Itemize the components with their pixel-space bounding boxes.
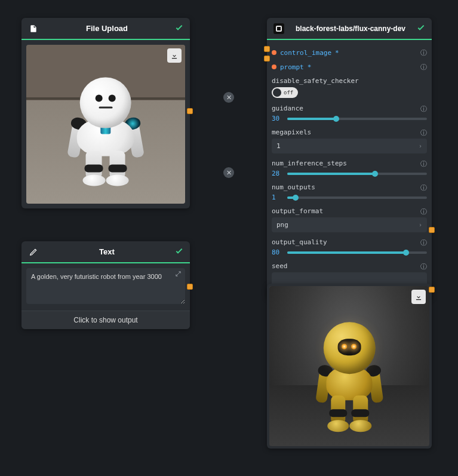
info-icon[interactable]: ⓘ bbox=[420, 48, 427, 57]
prompt-textarea[interactable] bbox=[26, 268, 185, 304]
param-disable-safety-checker: disable_safety_checker off bbox=[272, 77, 427, 99]
show-output-button[interactable]: Click to show output bbox=[21, 311, 190, 329]
steps-slider[interactable] bbox=[287, 173, 427, 175]
check-icon bbox=[174, 246, 184, 257]
input-port-prompt[interactable] bbox=[264, 56, 270, 62]
guidance-slider[interactable] bbox=[287, 118, 427, 120]
node-file-upload[interactable]: File Upload bbox=[21, 18, 190, 208]
delete-connection-button[interactable]: ✕ bbox=[223, 92, 234, 103]
node-title: black-forest-labs/flux-canny-dev bbox=[285, 24, 416, 33]
file-icon bbox=[27, 24, 39, 33]
param-num-inference-steps: num_inference_steps ⓘ 28 bbox=[272, 159, 427, 177]
quality-slider[interactable] bbox=[287, 251, 427, 254]
info-icon[interactable]: ⓘ bbox=[420, 105, 427, 113]
expand-icon[interactable] bbox=[175, 271, 182, 278]
input-port[interactable] bbox=[429, 287, 435, 293]
chevron-right-icon: › bbox=[419, 143, 422, 149]
info-icon[interactable]: ⓘ bbox=[420, 159, 427, 168]
check-icon bbox=[416, 23, 426, 34]
info-icon[interactable]: ⓘ bbox=[420, 262, 427, 271]
output-port[interactable] bbox=[187, 284, 193, 290]
output-port[interactable] bbox=[429, 227, 435, 233]
input-port-control-image[interactable] bbox=[264, 46, 270, 52]
download-icon[interactable] bbox=[411, 290, 426, 304]
node-text[interactable]: Text Click to show output bbox=[21, 241, 190, 329]
delete-connection-button[interactable]: ✕ bbox=[223, 167, 234, 178]
param-megapixels: megapixels ⓘ 1 › bbox=[272, 128, 427, 153]
node-header: File Upload bbox=[21, 18, 190, 40]
param-guidance: guidance ⓘ 30 bbox=[272, 105, 427, 122]
megapixels-select[interactable]: 1 › bbox=[272, 139, 427, 153]
linked-port-icon bbox=[272, 65, 276, 69]
output-port[interactable] bbox=[187, 108, 193, 114]
param-prompt[interactable]: prompt * ⓘ bbox=[272, 63, 427, 71]
generated-image[interactable] bbox=[269, 286, 429, 446]
node-output-image[interactable] bbox=[267, 284, 432, 449]
model-icon bbox=[273, 23, 285, 34]
outputs-slider[interactable] bbox=[287, 196, 427, 199]
param-output-format: output_format ⓘ png › bbox=[272, 207, 427, 232]
linked-port-icon bbox=[272, 50, 276, 55]
chevron-right-icon: › bbox=[419, 222, 422, 228]
info-icon[interactable]: ⓘ bbox=[420, 183, 427, 192]
info-icon[interactable]: ⓘ bbox=[420, 128, 427, 137]
node-header: Text bbox=[21, 241, 190, 263]
node-header: black-forest-labs/flux-canny-dev bbox=[267, 18, 432, 40]
info-icon[interactable]: ⓘ bbox=[420, 63, 427, 72]
node-title: File Upload bbox=[39, 24, 174, 33]
node-canvas[interactable]: File Upload bbox=[0, 0, 458, 476]
param-control-image[interactable]: control_image * ⓘ bbox=[272, 48, 427, 57]
param-num-outputs: num_outputs ⓘ 1 bbox=[272, 183, 427, 201]
toggle-switch[interactable]: off bbox=[272, 87, 298, 98]
node-title: Text bbox=[39, 247, 174, 256]
param-output-quality: output_quality ⓘ 80 bbox=[272, 238, 427, 256]
edit-icon bbox=[27, 248, 39, 256]
info-icon[interactable]: ⓘ bbox=[420, 238, 427, 247]
output-format-select[interactable]: png › bbox=[272, 217, 427, 232]
info-icon[interactable]: ⓘ bbox=[420, 207, 427, 216]
node-model[interactable]: black-forest-labs/flux-canny-dev control… bbox=[267, 18, 432, 299]
check-icon bbox=[174, 23, 184, 34]
uploaded-image[interactable] bbox=[26, 45, 185, 204]
download-icon[interactable] bbox=[167, 48, 182, 63]
